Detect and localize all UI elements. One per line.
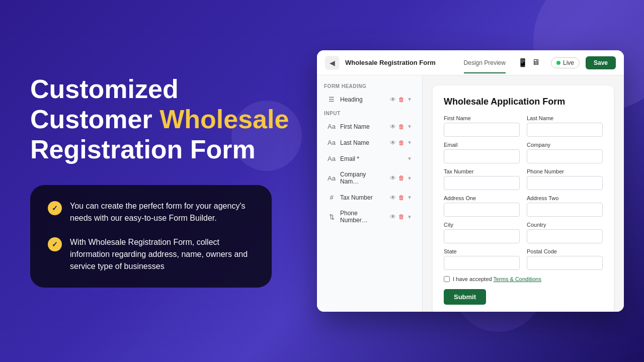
chevron-tax[interactable]: ▼	[407, 195, 412, 200]
label-last-name: Last Name	[527, 115, 603, 121]
sidebar-item-firstname[interactable]: Aa First Name 👁 🗑 ▼	[320, 119, 419, 134]
mobile-icon[interactable]: 📱	[518, 58, 528, 67]
heading-field-label: Heading	[340, 96, 386, 103]
field-address-one: Address One	[444, 195, 520, 217]
email-actions: ▼	[407, 156, 412, 161]
email-label: Email *	[340, 155, 403, 162]
main-heading: Customized Customer Wholesale Registrati…	[30, 74, 292, 164]
sidebar-item-lastname[interactable]: Aa Last Name 👁 🗑 ▼	[320, 135, 419, 150]
heading-line3: Registration Form	[30, 135, 256, 164]
heading-line1: Customized	[30, 74, 179, 104]
live-badge: Live	[551, 57, 580, 68]
check-icon-2: ✓	[48, 237, 62, 251]
sidebar-item-heading[interactable]: ☰ Heading 👁 🗑 ▼	[320, 92, 419, 107]
sidebar-section-input-label: Input	[317, 108, 422, 118]
lastname-icon: Aa	[327, 139, 336, 146]
delete-icon[interactable]: 🗑	[398, 96, 405, 103]
feature-text-1: You can create the perfect form for your…	[70, 200, 254, 224]
label-company: Company	[527, 142, 603, 148]
feature-item-2: ✓ With Wholesale Registration Form, coll…	[48, 236, 254, 273]
input-company[interactable]	[527, 149, 603, 163]
app-title: Wholesale Registration Form	[345, 59, 458, 66]
lastname-label: Last Name	[340, 139, 386, 146]
delete-icon-ln[interactable]: 🗑	[398, 139, 405, 146]
device-icons: 📱 🖥	[518, 58, 540, 67]
label-postal-code: Postal Code	[527, 248, 603, 254]
field-email: Email	[444, 142, 520, 163]
input-country[interactable]	[527, 229, 603, 243]
terms-link[interactable]: Terms & Conditions	[494, 276, 541, 282]
eye-icon-co[interactable]: 👁	[390, 174, 396, 182]
sidebar-item-email[interactable]: Aa Email * ▼	[320, 151, 419, 166]
firstname-actions: 👁 🗑 ▼	[390, 123, 412, 130]
design-preview-tab[interactable]: Design Preview	[464, 59, 506, 66]
input-last-name[interactable]	[527, 123, 603, 137]
delete-icon-tax[interactable]: 🗑	[398, 194, 405, 201]
chevron-email[interactable]: ▼	[407, 156, 412, 161]
delete-icon-fn[interactable]: 🗑	[398, 123, 405, 130]
form-preview-area: Wholesale Application Form First Name La…	[423, 75, 624, 312]
field-state: State	[444, 248, 520, 270]
sidebar-item-tax[interactable]: # Tax Number 👁 🗑 ▼	[320, 190, 419, 205]
delete-icon-co[interactable]: 🗑	[398, 174, 405, 182]
input-tax-number[interactable]	[444, 176, 520, 190]
heading-actions: 👁 🗑 ▼	[390, 96, 412, 103]
eye-icon-ln[interactable]: 👁	[390, 139, 396, 146]
company-icon: Aa	[327, 174, 336, 182]
input-phone-number[interactable]	[527, 176, 603, 190]
sidebar-item-company[interactable]: Aa Company Nam… 👁 🗑 ▼	[320, 167, 419, 189]
eye-icon-tax[interactable]: 👁	[390, 194, 396, 201]
label-address-one: Address One	[444, 195, 520, 201]
field-company: Company	[527, 142, 603, 163]
submit-button[interactable]: Submit	[444, 289, 486, 305]
label-state: State	[444, 248, 520, 254]
field-tax-number: Tax Number	[444, 168, 520, 190]
company-actions: 👁 🗑 ▼	[390, 174, 412, 182]
left-panel: Customized Customer Wholesale Registrati…	[30, 0, 292, 362]
field-first-name: First Name	[444, 115, 520, 137]
label-email: Email	[444, 142, 520, 148]
input-postal-code[interactable]	[527, 256, 603, 270]
input-address-two[interactable]	[527, 203, 603, 217]
save-button[interactable]: Save	[586, 56, 616, 69]
eye-icon[interactable]: 👁	[390, 96, 396, 103]
back-button[interactable]: ◀	[325, 56, 339, 70]
field-country: Country	[527, 222, 603, 243]
field-address-two: Address Two	[527, 195, 603, 217]
company-label: Company Nam…	[340, 171, 386, 185]
input-address-one[interactable]	[444, 203, 520, 217]
desktop-icon[interactable]: 🖥	[532, 58, 540, 67]
input-email[interactable]	[444, 149, 520, 163]
sidebar-item-phone[interactable]: ⇅ Phone Number… 👁 🗑 ▼	[320, 206, 419, 228]
check-icon-1: ✓	[48, 201, 62, 215]
chevron-fn[interactable]: ▼	[407, 124, 412, 129]
email-icon: Aa	[327, 155, 336, 162]
label-tax-number: Tax Number	[444, 168, 520, 174]
eye-icon-fn[interactable]: 👁	[390, 123, 396, 130]
terms-row: I have accepted Terms & Conditions	[444, 276, 603, 282]
delete-icon-ph[interactable]: 🗑	[398, 213, 405, 220]
terms-text: I have accepted Terms & Conditions	[453, 276, 541, 282]
label-address-two: Address Two	[527, 195, 603, 201]
chevron-co[interactable]: ▼	[407, 175, 412, 181]
tax-actions: 👁 🗑 ▼	[390, 194, 412, 201]
app-header: ◀ Wholesale Registration Form Design Pre…	[317, 50, 624, 75]
feature-item-1: ✓ You can create the perfect form for yo…	[48, 200, 254, 224]
label-city: City	[444, 222, 520, 228]
input-state[interactable]	[444, 256, 520, 270]
firstname-icon: Aa	[327, 123, 336, 130]
features-panel: ✓ You can create the perfect form for yo…	[30, 185, 272, 288]
field-last-name: Last Name	[527, 115, 603, 137]
phone-actions: 👁 🗑 ▼	[390, 213, 412, 220]
terms-checkbox[interactable]	[444, 276, 450, 282]
input-first-name[interactable]	[444, 123, 520, 137]
chevron-ln[interactable]: ▼	[407, 140, 412, 145]
chevron-icon[interactable]: ▼	[407, 97, 412, 102]
input-city[interactable]	[444, 229, 520, 243]
heading-highlight: Wholesale	[159, 105, 289, 134]
chevron-ph[interactable]: ▼	[407, 214, 412, 220]
eye-icon-ph[interactable]: 👁	[390, 213, 396, 220]
form-card: Wholesale Application Form First Name La…	[433, 85, 614, 312]
phone-label: Phone Number…	[340, 210, 386, 224]
field-city: City	[444, 222, 520, 243]
